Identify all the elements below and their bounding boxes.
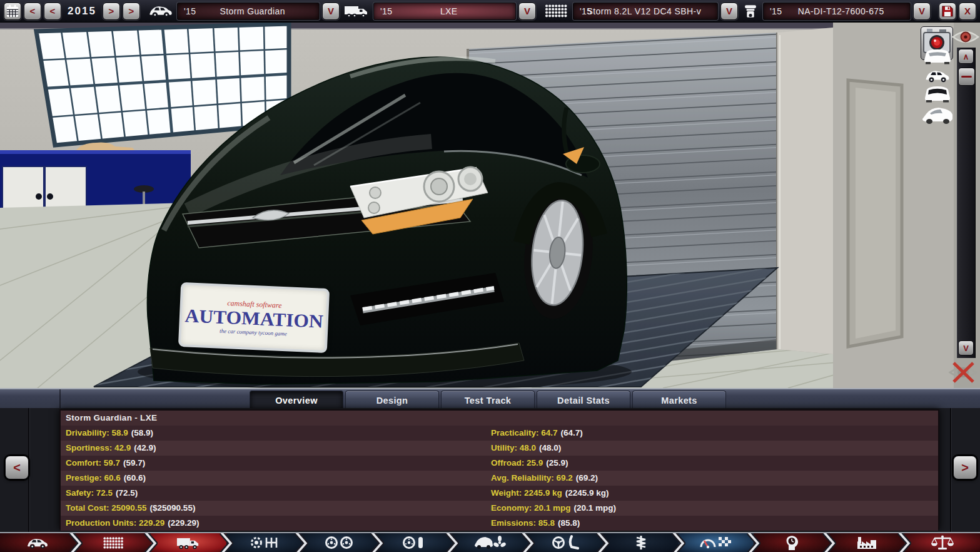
close-button[interactable]: X xyxy=(959,3,976,20)
tab-detail-stats[interactable]: Detail Stats xyxy=(537,391,630,409)
engine-name: Storm 8.2L V12 DC4 SBH-v xyxy=(587,6,701,16)
background-seam xyxy=(950,408,951,532)
toolbar-engine-button[interactable] xyxy=(76,533,151,552)
camera-view-side-button[interactable] xyxy=(918,68,957,83)
model-name: Storm Guardian xyxy=(202,6,303,16)
engine-dropdown[interactable]: '15 Storm 8.2L V12 DC4 SBH-v xyxy=(573,3,718,20)
toolbar-test-track-button[interactable] xyxy=(679,533,754,552)
engine-variant-piston-icon xyxy=(742,3,759,19)
car-front-view-icon xyxy=(921,48,954,64)
stat-value: 20.1 mpg xyxy=(534,503,571,513)
camera-view-three-quarter-button[interactable] xyxy=(918,105,957,126)
viewport-scrollbar[interactable]: ∧ V xyxy=(957,48,976,358)
plate-text: AUTOMATION xyxy=(184,306,323,331)
year-back-fast-button[interactable]: < xyxy=(24,3,41,20)
stat-value: 25.9 xyxy=(527,458,543,468)
stat-row: Safety: 72.5(72.5) Weight: 2245.9 kg(224… xyxy=(61,486,938,501)
stat-label: Drivability: xyxy=(66,428,109,437)
year-back-button[interactable]: < xyxy=(44,3,61,20)
camera-view-front-high-button[interactable] xyxy=(918,85,957,103)
toolbar-suspension-button[interactable] xyxy=(603,533,679,552)
variant-dropdown[interactable]: '15 NA-DI-T12-7600-675 xyxy=(763,3,911,20)
tab-markets[interactable]: Markets xyxy=(632,391,726,409)
truck-icon xyxy=(176,536,200,550)
car-model-icon xyxy=(149,4,173,18)
hide-ui-button[interactable] xyxy=(947,360,979,386)
stat-paren: (25.9) xyxy=(546,458,568,468)
stat-label: Avg. Reliability: xyxy=(491,473,554,483)
license-plate: camshaft software AUTOMATION the car com… xyxy=(178,282,330,353)
year-forward-button[interactable]: > xyxy=(103,3,120,20)
stat-paren: ($25090.55) xyxy=(150,503,196,513)
variant-year-prefix: '15 xyxy=(770,6,782,16)
tab-test-track[interactable]: Test Track xyxy=(441,391,535,409)
variant-name: NA-DI-T12-7600-675 xyxy=(789,6,894,16)
stat-value: 48.0 xyxy=(520,443,536,452)
engine-dropdown-arrow[interactable]: V xyxy=(720,3,738,20)
plate-script-bottom: the car company tycoon game xyxy=(220,328,287,337)
scrollbar-up-button[interactable]: ∧ xyxy=(958,49,974,64)
test-track-icon xyxy=(699,535,734,550)
stat-value: 69.2 xyxy=(557,473,573,483)
garage-viewport[interactable]: camshaft software AUTOMATION the car com… xyxy=(0,23,980,388)
variant-dropdown-arrow[interactable]: V xyxy=(913,3,931,20)
toolbar-balance-button[interactable] xyxy=(904,533,980,552)
camera-view-front-button[interactable] xyxy=(918,48,957,66)
toolbar-car-model-button[interactable] xyxy=(0,533,76,552)
back-door-frame xyxy=(848,80,902,347)
stat-paren: (69.2) xyxy=(576,473,598,483)
stat-paren: (58.9) xyxy=(131,428,153,437)
stat-value: 59.7 xyxy=(104,458,120,468)
next-page-button[interactable]: > xyxy=(953,456,977,479)
stat-value: 72.5 xyxy=(96,488,113,498)
tabbar-divider xyxy=(59,389,61,409)
demographics-icon xyxy=(784,534,800,551)
scrollbar-down-button[interactable]: V xyxy=(958,340,974,355)
prev-page-button[interactable]: < xyxy=(5,456,29,479)
stat-row: Prestige: 60.6(60.6) Avg. Reliability: 6… xyxy=(61,471,938,486)
toolbar-demographics-button[interactable] xyxy=(754,533,829,552)
toolbar-gearbox-button[interactable] xyxy=(226,533,302,552)
tab-overview[interactable]: Overview xyxy=(250,391,343,409)
trim-dropdown[interactable]: '15 LXE xyxy=(373,3,516,20)
stat-row: Comfort: 59.7(59.7) Offroad: 25.9(25.9) xyxy=(61,456,938,471)
tab-design[interactable]: Design xyxy=(345,391,439,409)
factory-icon xyxy=(856,535,877,550)
toolbar-brakes-button[interactable] xyxy=(377,533,453,552)
stat-paren: (59.7) xyxy=(123,458,145,468)
stat-label: Practicality: xyxy=(491,428,539,437)
stats-title: Storm Guardian - LXE xyxy=(66,413,157,422)
stat-value: 58.9 xyxy=(112,428,128,437)
automation-game-screen: < < 2015 > > '15 Storm Guardian V '15 LX… xyxy=(0,0,980,552)
stat-paren: (64.7) xyxy=(561,428,583,437)
stat-row: Drivability: 58.9(58.9) Practicality: 64… xyxy=(61,426,938,441)
toolbar-body-aero-button[interactable] xyxy=(452,533,528,552)
year-forward-fast-button[interactable]: > xyxy=(123,3,140,20)
toolbar-wheels-button[interactable] xyxy=(301,533,377,552)
garage-scene xyxy=(0,23,980,388)
model-dropdown[interactable]: '15 Storm Guardian xyxy=(177,3,320,20)
toolbar-interior-button[interactable] xyxy=(528,533,604,552)
toolbar-factory-button[interactable] xyxy=(829,533,905,552)
design-steps-toolbar xyxy=(0,532,980,552)
car-side-view-icon xyxy=(920,68,955,83)
year-label: 2015 xyxy=(64,5,100,18)
model-dropdown-arrow[interactable]: V xyxy=(322,3,340,20)
visibility-toggle-button[interactable] xyxy=(952,28,979,48)
balance-icon xyxy=(930,535,955,550)
stat-value: 60.6 xyxy=(104,473,121,483)
stat-paren: (42.9) xyxy=(134,443,156,452)
stats-panel: Storm Guardian - LXE Drivability: 58.9(5… xyxy=(59,409,939,529)
car-three-quarter-view-icon xyxy=(920,105,955,125)
sedan-icon xyxy=(27,536,48,549)
calendar-button[interactable] xyxy=(4,3,21,20)
trim-dropdown-arrow[interactable]: V xyxy=(518,3,536,20)
stat-paren: (229.29) xyxy=(168,518,199,528)
stat-row: Production Units: 229.29(229.29) Emissio… xyxy=(61,516,938,531)
stat-label: Production Units: xyxy=(66,518,136,528)
scrollbar-handle[interactable] xyxy=(958,68,975,86)
toolbar-trim-button[interactable] xyxy=(151,533,226,552)
save-button[interactable] xyxy=(939,3,956,20)
stat-label: Safety: xyxy=(66,488,94,498)
stat-label: Prestige: xyxy=(66,473,102,483)
